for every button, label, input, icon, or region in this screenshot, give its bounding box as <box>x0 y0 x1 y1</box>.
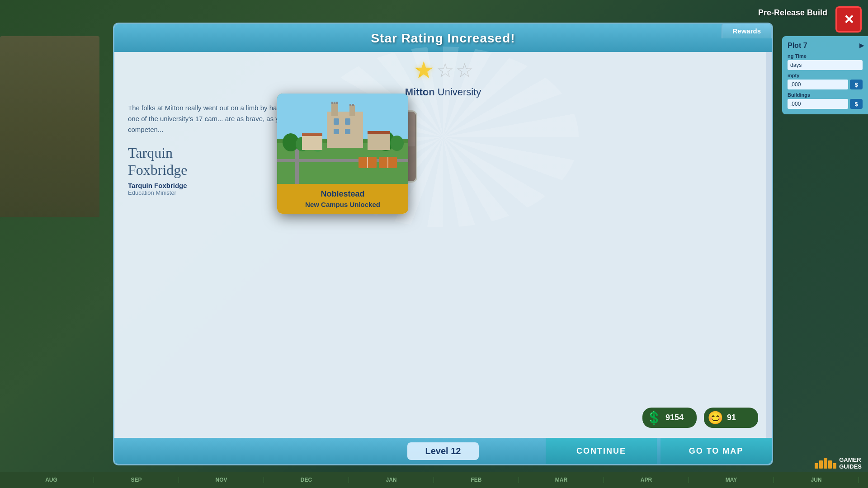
bar-1 <box>815 463 818 469</box>
timeline-aug: AUG <box>9 477 94 483</box>
svg-rect-6 <box>331 103 338 116</box>
prestige-icon: 😊 <box>708 410 723 425</box>
prestige-value: 91 <box>727 413 736 422</box>
timeline-dec: DEC <box>264 477 349 483</box>
modal-title: Star Rating Increased! <box>123 31 763 46</box>
svg-rect-15 <box>334 129 339 134</box>
money-value: 9154 <box>665 413 684 422</box>
pre-release-label: Pre-Release Build <box>758 8 827 18</box>
buildings-label: Buildings <box>788 92 863 98</box>
timeline-sep: SEP <box>94 477 179 483</box>
building-time-value: days <box>788 60 863 70</box>
building-time-row: days <box>788 60 863 70</box>
svg-rect-16 <box>345 129 350 134</box>
svg-rect-28 <box>368 132 390 150</box>
svg-rect-10 <box>336 102 338 104</box>
buildings-value: ,000 <box>788 99 848 109</box>
unlock-text: New Campus Unlocked <box>284 201 401 208</box>
money-icon: 💲 <box>646 410 662 425</box>
prestige-display: 😊 91 <box>704 408 758 428</box>
svg-rect-7 <box>349 105 355 116</box>
timeline-bar: AUG SEP NOV DEC JAN FEB MAR APR MAY JUN <box>0 472 868 488</box>
rewards-tab[interactable]: Rewards <box>722 23 772 38</box>
empty-row: ,000 $ <box>788 80 863 89</box>
svg-rect-9 <box>334 102 335 104</box>
card-label-area: Noblestead New Campus Unlocked <box>277 184 408 214</box>
timeline-nov: NOV <box>179 477 264 483</box>
empty-label: mpty <box>788 73 863 78</box>
gamer-guides-text: GAMERGUIDES <box>839 456 862 470</box>
money-display: 💲 9154 <box>642 408 697 428</box>
building-time-label: ng Time <box>788 53 863 59</box>
main-modal: Star Rating Increased! Rewards ★ ☆ ☆ Mit… <box>113 23 773 465</box>
svg-rect-11 <box>349 104 351 106</box>
svg-rect-14 <box>345 118 350 125</box>
svg-rect-29 <box>368 131 390 134</box>
level-display: Level 12 <box>407 442 479 460</box>
level-bar: Level 12 CONTINUE GO TO MAP <box>114 438 772 464</box>
buildings-dollar-icon[interactable]: $ <box>850 99 863 109</box>
svg-rect-8 <box>331 102 333 104</box>
timeline-jun: JUN <box>774 477 859 483</box>
campus-name: Noblestead <box>284 189 401 199</box>
modal-scrollbar[interactable] <box>766 24 772 464</box>
bar-5 <box>833 463 836 469</box>
campus-illustration <box>277 94 408 184</box>
expand-arrow-icon[interactable]: ▶ <box>859 42 864 49</box>
right-panel: Plot 7 ▶ ng Time days mpty ,000 $ Buildi… <box>782 36 868 114</box>
panel-title: Plot 7 <box>788 42 863 50</box>
gamer-guides-bars <box>815 458 836 469</box>
campus-card-popup: Noblestead New Campus Unlocked <box>277 94 408 214</box>
campus-card-image <box>277 94 408 184</box>
bar-4 <box>828 460 832 469</box>
timeline-mar: MAR <box>519 477 604 483</box>
bar-3 <box>824 458 827 469</box>
currency-display: 💲 9154 😊 91 <box>642 408 758 428</box>
gamer-guides-badge: GAMERGUIDES <box>815 456 862 470</box>
empty-value: ,000 <box>788 80 848 89</box>
level-text: Level 12 <box>425 446 461 456</box>
go-to-map-button[interactable]: GO TO MAP <box>660 438 772 464</box>
svg-rect-26 <box>302 134 322 150</box>
continue-button[interactable]: CONTINUE <box>546 438 657 464</box>
timeline-jan: JAN <box>349 477 434 483</box>
modal-body: The folks at Mitton really went out on a… <box>114 103 772 196</box>
svg-rect-12 <box>352 104 354 106</box>
svg-point-20 <box>390 136 404 151</box>
action-buttons: CONTINUE GO TO MAP <box>546 438 772 464</box>
empty-dollar-icon[interactable]: $ <box>850 80 863 89</box>
svg-rect-27 <box>302 133 322 136</box>
timeline-may: MAY <box>689 477 774 483</box>
buildings-row: ,000 $ <box>788 99 863 109</box>
close-button[interactable]: ✕ <box>835 6 862 33</box>
bar-2 <box>819 460 823 469</box>
timeline-apr: APR <box>604 477 689 483</box>
timeline-feb: FEB <box>434 477 519 483</box>
svg-rect-13 <box>334 118 339 125</box>
